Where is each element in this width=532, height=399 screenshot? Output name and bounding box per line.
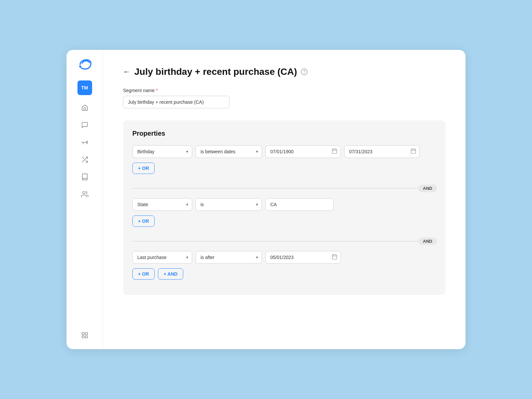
property-select-2[interactable]: State Birthday Last purchase	[132, 198, 192, 211]
operator-select-1[interactable]: is between dates is is after	[196, 145, 262, 158]
logo	[77, 57, 93, 72]
operator-select-wrapper-3: is after is between dates is ▾	[196, 251, 262, 264]
filter-row-last-purchase: Last purchase Birthday State ▾ is after …	[132, 251, 436, 264]
property-select-wrapper-3: Last purchase Birthday State ▾	[132, 251, 192, 264]
filter-row-state: State Birthday Last purchase ▾ is is bet…	[132, 198, 436, 211]
property-select-wrapper-1: Birthday State Last purchase ▾	[132, 145, 192, 158]
back-button[interactable]: ←	[123, 67, 130, 76]
svg-rect-2	[82, 332, 84, 334]
date-input-wrapper-start	[265, 145, 341, 158]
svg-rect-5	[85, 336, 87, 338]
page-title: July birthday + recent purchase (CA)	[134, 66, 297, 77]
and-badge-1: AND	[418, 185, 437, 192]
date-end-input[interactable]	[344, 145, 420, 158]
property-select-1[interactable]: Birthday State Last purchase	[132, 145, 192, 158]
divider-line-1	[132, 188, 419, 189]
apps-icon[interactable]	[77, 328, 92, 342]
home-icon[interactable]	[77, 100, 92, 115]
flows-icon[interactable]	[77, 152, 92, 167]
operator-select-wrapper-2: is is between dates is after ▾	[196, 198, 262, 211]
knowledge-icon[interactable]	[77, 170, 92, 184]
and-button[interactable]: + AND	[158, 268, 183, 280]
operator-select-3[interactable]: is after is between dates is	[196, 251, 262, 264]
property-select-wrapper-2: State Birthday Last purchase ▾	[132, 198, 192, 211]
contacts-icon[interactable]	[77, 187, 92, 201]
filter-group-last-purchase: Last purchase Birthday State ▾ is after …	[132, 251, 436, 284]
and-divider-2: AND	[132, 237, 436, 245]
sidebar-bottom	[77, 328, 92, 342]
properties-section: Properties Birthday State Last purchase …	[123, 120, 446, 295]
segment-name-label: Segment name *	[123, 88, 446, 93]
and-divider-1: AND	[132, 185, 436, 192]
state-value-input[interactable]	[265, 198, 333, 211]
filter-group-state: State Birthday Last purchase ▾ is is bet…	[132, 198, 436, 231]
required-indicator: *	[156, 88, 158, 93]
or-button-1[interactable]: + OR	[132, 163, 155, 174]
svg-point-0	[79, 66, 81, 67]
date-input-wrapper-purchase	[265, 251, 341, 264]
chat-icon[interactable]	[77, 118, 92, 132]
help-icon[interactable]: ?	[301, 68, 308, 75]
main-content: ← July birthday + recent purchase (CA) ?…	[103, 50, 466, 349]
sidebar: TM	[66, 50, 103, 349]
page-header: ← July birthday + recent purchase (CA) ?	[123, 66, 446, 77]
last-purchase-date-input[interactable]	[265, 251, 341, 264]
or-button-2[interactable]: + OR	[132, 215, 155, 227]
svg-rect-4	[82, 336, 84, 338]
operator-select-2[interactable]: is is between dates is after	[196, 198, 262, 211]
and-badge-2: AND	[418, 237, 437, 245]
app-container: TM ← July birthday +	[66, 50, 466, 349]
or-button-3[interactable]: + OR	[132, 268, 155, 280]
date-start-input[interactable]	[265, 145, 341, 158]
operator-select-wrapper-1: is between dates is is after ▾	[196, 145, 262, 158]
property-select-3[interactable]: Last purchase Birthday State	[132, 251, 192, 264]
svg-point-1	[82, 192, 85, 194]
date-input-wrapper-end	[344, 145, 420, 158]
segment-name-field: Segment name *	[123, 88, 446, 108]
filter-group-birthday: Birthday State Last purchase ▾ is betwee…	[132, 145, 436, 179]
filter-row-birthday: Birthday State Last purchase ▾ is betwee…	[132, 145, 436, 158]
divider-line-2	[132, 241, 419, 241]
bottom-buttons-row: + OR + AND	[132, 268, 436, 284]
megaphone-icon[interactable]	[77, 135, 92, 150]
user-avatar[interactable]: TM	[77, 80, 92, 95]
segment-name-input[interactable]	[123, 96, 229, 108]
svg-rect-3	[85, 332, 87, 334]
properties-title: Properties	[132, 130, 436, 137]
